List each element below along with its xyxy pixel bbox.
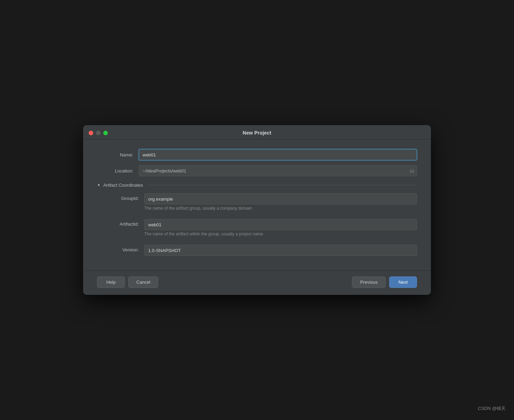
groupid-input[interactable] (144, 193, 417, 204)
version-label: Version: (97, 245, 144, 252)
close-button[interactable] (89, 131, 93, 135)
version-field-wrap (144, 245, 417, 256)
artifact-coordinates-title: Artifact Coordinates (103, 183, 143, 188)
footer-left: Help Cancel (97, 276, 158, 288)
location-wrapper: 🗂 (139, 165, 417, 176)
cancel-button[interactable]: Cancel (128, 276, 158, 288)
groupid-hint: The name of the artifact group, usually … (144, 206, 252, 211)
section-arrow-icon: ▼ (97, 183, 101, 187)
dialog-body: Name: Location: 🗂 ▼ Artifact Coordinates… (83, 139, 431, 267)
window-controls (89, 131, 108, 135)
previous-button[interactable]: Previous (352, 276, 386, 288)
dialog-title: New Project (243, 130, 271, 136)
artifactid-hint: The name of the artifact within the grou… (144, 232, 263, 236)
groupid-field-wrap (144, 193, 417, 204)
version-input[interactable] (144, 245, 417, 256)
location-input[interactable] (139, 165, 417, 176)
title-bar: New Project (83, 125, 431, 139)
watermark: CSDN @锦天 (478, 405, 506, 412)
name-row: Name: (97, 149, 417, 160)
version-row: Version: (97, 245, 417, 256)
groupid-row: GroupId: (97, 193, 417, 204)
artifactid-field-wrap (144, 219, 417, 230)
new-project-dialog: New Project Name: Location: 🗂 ▼ Artifact… (83, 125, 431, 295)
artifactid-hint-row: The name of the artifact within the grou… (97, 232, 417, 241)
maximize-button[interactable] (103, 131, 108, 135)
groupid-hint-row: The name of the artifact group, usually … (97, 206, 417, 215)
location-label: Location: (97, 168, 139, 173)
help-button[interactable]: Help (97, 276, 125, 288)
location-row: Location: 🗂 (97, 165, 417, 176)
name-input[interactable] (139, 149, 417, 160)
groupid-label: GroupId: (97, 193, 144, 201)
dialog-footer: Help Cancel Previous Next (83, 270, 431, 295)
artifactid-row: ArtifactId: (97, 219, 417, 230)
name-label: Name: (97, 152, 139, 158)
next-button[interactable]: Next (389, 276, 417, 288)
footer-right: Previous Next (352, 276, 417, 288)
artifactid-input[interactable] (144, 219, 417, 230)
section-header: ▼ Artifact Coordinates (97, 183, 417, 188)
artifactid-label: ArtifactId: (97, 219, 144, 227)
section-divider (147, 185, 417, 185)
artifact-coordinates-section: ▼ Artifact Coordinates GroupId: The name… (97, 181, 417, 257)
minimize-button[interactable] (96, 131, 101, 135)
